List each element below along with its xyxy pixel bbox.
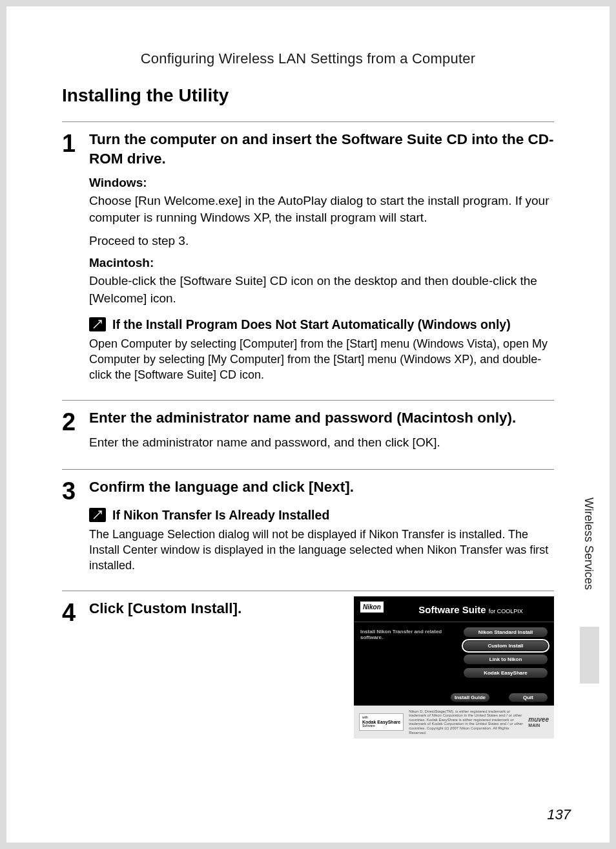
note-icon [89, 317, 106, 331]
muvee-logo: muvee [528, 716, 549, 723]
kodak-badge: with Kodak EasyShare Software [359, 713, 404, 731]
kodak-easyshare-button[interactable]: Kodak EasyShare [464, 668, 548, 678]
paragraph: Double-click the [Software Suite] CD ico… [89, 273, 554, 306]
step-number: 2 [62, 408, 89, 458]
main-logo: MAIN [528, 723, 549, 728]
side-tab-label: Wireless Services [582, 498, 595, 590]
note-icon [89, 508, 106, 522]
step-number: 4 [62, 599, 89, 739]
installer-title-sub: for COOLPIX [489, 608, 523, 614]
step-title: Click [Custom Install]. [89, 599, 342, 733]
note-title: If the Install Program Does Not Start Au… [112, 317, 511, 332]
page-number: 137 [547, 806, 571, 823]
install-guide-button[interactable]: Install Guide [451, 693, 489, 702]
paragraph: Proceed to step 3. [89, 233, 554, 249]
step-title: Turn the computer on and insert the Soft… [89, 130, 554, 169]
note-body: Open Computer by selecting [Computer] fr… [89, 336, 554, 383]
installer-title-main: Software Suite [418, 604, 486, 615]
installer-title: Software Suite for COOLPIX [418, 602, 522, 615]
step-title: Confirm the language and click [Next]. [89, 477, 554, 497]
paragraph: Enter the administrator name and passwor… [89, 434, 554, 451]
side-tab-block [580, 627, 599, 684]
step-number: 3 [62, 477, 89, 578]
section-title: Installing the Utility [62, 85, 554, 106]
step-4: 4 Click [Custom Install]. Nikon Software… [62, 591, 554, 739]
step-3: 3 Confirm the language and click [Next].… [62, 469, 554, 578]
nikon-logo: Nikon [360, 602, 384, 613]
note-body: The Language Selection dialog will not b… [89, 527, 554, 574]
step-title: Enter the administrator name and passwor… [89, 408, 554, 428]
installer-footer-text: Nikon D, DirectStage(TM), is either regi… [409, 709, 523, 735]
installer-window: Nikon Software Suite for COOLPIX Install… [354, 596, 554, 739]
nikon-standard-install-button[interactable]: Nikon Standard Install [464, 627, 548, 637]
installer-left-text: Install Nikon Transfer and related softw… [360, 627, 464, 682]
subheading-macintosh: Macintosh: [89, 256, 554, 270]
page-header: Configuring Wireless LAN Settings from a… [6, 6, 610, 67]
kodak-badge-sub: Software [362, 724, 400, 728]
note-title: If Nikon Transfer Is Already Installed [112, 508, 329, 523]
quit-button[interactable]: Quit [509, 693, 548, 702]
step-1: 1 Turn the computer on and insert the So… [62, 121, 554, 388]
paragraph: Choose [Run Welcome.exe] in the AutoPlay… [89, 193, 554, 226]
custom-install-button[interactable]: Custom Install [464, 641, 548, 651]
subheading-windows: Windows: [89, 176, 554, 190]
step-number: 1 [62, 130, 89, 388]
link-to-nikon-button[interactable]: Link to Nikon [464, 655, 548, 664]
step-2: 2 Enter the administrator name and passw… [62, 400, 554, 458]
